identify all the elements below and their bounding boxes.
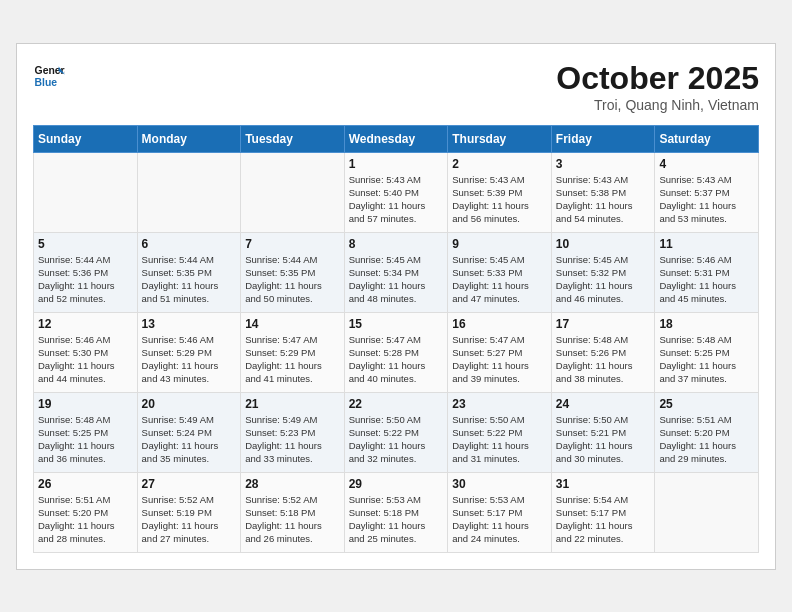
day-number: 15 (349, 317, 444, 331)
title-block: October 2025 Troi, Quang Ninh, Vietnam (556, 60, 759, 113)
day-cell (655, 472, 759, 552)
day-info: Sunrise: 5:46 AM Sunset: 5:30 PM Dayligh… (38, 333, 133, 386)
day-info: Sunrise: 5:44 AM Sunset: 5:35 PM Dayligh… (142, 253, 237, 306)
day-info: Sunrise: 5:45 AM Sunset: 5:33 PM Dayligh… (452, 253, 547, 306)
day-info: Sunrise: 5:43 AM Sunset: 5:40 PM Dayligh… (349, 173, 444, 226)
day-number: 10 (556, 237, 651, 251)
day-number: 21 (245, 397, 340, 411)
day-info: Sunrise: 5:49 AM Sunset: 5:23 PM Dayligh… (245, 413, 340, 466)
day-info: Sunrise: 5:45 AM Sunset: 5:32 PM Dayligh… (556, 253, 651, 306)
day-cell: 24Sunrise: 5:50 AM Sunset: 5:21 PM Dayli… (551, 392, 655, 472)
day-cell: 15Sunrise: 5:47 AM Sunset: 5:28 PM Dayli… (344, 312, 448, 392)
weekday-header-thursday: Thursday (448, 125, 552, 152)
day-cell: 26Sunrise: 5:51 AM Sunset: 5:20 PM Dayli… (34, 472, 138, 552)
day-cell: 13Sunrise: 5:46 AM Sunset: 5:29 PM Dayli… (137, 312, 241, 392)
day-cell: 25Sunrise: 5:51 AM Sunset: 5:20 PM Dayli… (655, 392, 759, 472)
day-info: Sunrise: 5:46 AM Sunset: 5:31 PM Dayligh… (659, 253, 754, 306)
day-number: 14 (245, 317, 340, 331)
weekday-header-monday: Monday (137, 125, 241, 152)
day-cell: 17Sunrise: 5:48 AM Sunset: 5:26 PM Dayli… (551, 312, 655, 392)
day-number: 20 (142, 397, 237, 411)
day-number: 5 (38, 237, 133, 251)
day-cell: 16Sunrise: 5:47 AM Sunset: 5:27 PM Dayli… (448, 312, 552, 392)
day-cell: 20Sunrise: 5:49 AM Sunset: 5:24 PM Dayli… (137, 392, 241, 472)
day-info: Sunrise: 5:46 AM Sunset: 5:29 PM Dayligh… (142, 333, 237, 386)
day-cell: 7Sunrise: 5:44 AM Sunset: 5:35 PM Daylig… (241, 232, 345, 312)
day-number: 18 (659, 317, 754, 331)
day-number: 7 (245, 237, 340, 251)
day-cell: 3Sunrise: 5:43 AM Sunset: 5:38 PM Daylig… (551, 152, 655, 232)
day-number: 6 (142, 237, 237, 251)
day-info: Sunrise: 5:47 AM Sunset: 5:28 PM Dayligh… (349, 333, 444, 386)
week-row-2: 5Sunrise: 5:44 AM Sunset: 5:36 PM Daylig… (34, 232, 759, 312)
day-number: 12 (38, 317, 133, 331)
day-number: 19 (38, 397, 133, 411)
day-number: 31 (556, 477, 651, 491)
day-info: Sunrise: 5:44 AM Sunset: 5:36 PM Dayligh… (38, 253, 133, 306)
day-info: Sunrise: 5:50 AM Sunset: 5:21 PM Dayligh… (556, 413, 651, 466)
day-info: Sunrise: 5:44 AM Sunset: 5:35 PM Dayligh… (245, 253, 340, 306)
day-cell: 22Sunrise: 5:50 AM Sunset: 5:22 PM Dayli… (344, 392, 448, 472)
week-row-1: 1Sunrise: 5:43 AM Sunset: 5:40 PM Daylig… (34, 152, 759, 232)
day-cell: 29Sunrise: 5:53 AM Sunset: 5:18 PM Dayli… (344, 472, 448, 552)
day-info: Sunrise: 5:48 AM Sunset: 5:25 PM Dayligh… (38, 413, 133, 466)
day-number: 13 (142, 317, 237, 331)
day-info: Sunrise: 5:53 AM Sunset: 5:18 PM Dayligh… (349, 493, 444, 546)
day-number: 17 (556, 317, 651, 331)
day-cell (137, 152, 241, 232)
day-info: Sunrise: 5:52 AM Sunset: 5:19 PM Dayligh… (142, 493, 237, 546)
weekday-header-sunday: Sunday (34, 125, 138, 152)
day-number: 8 (349, 237, 444, 251)
day-cell: 2Sunrise: 5:43 AM Sunset: 5:39 PM Daylig… (448, 152, 552, 232)
month-title: October 2025 (556, 60, 759, 97)
day-cell: 8Sunrise: 5:45 AM Sunset: 5:34 PM Daylig… (344, 232, 448, 312)
day-number: 23 (452, 397, 547, 411)
day-info: Sunrise: 5:49 AM Sunset: 5:24 PM Dayligh… (142, 413, 237, 466)
day-number: 11 (659, 237, 754, 251)
day-info: Sunrise: 5:52 AM Sunset: 5:18 PM Dayligh… (245, 493, 340, 546)
weekday-header-friday: Friday (551, 125, 655, 152)
day-info: Sunrise: 5:45 AM Sunset: 5:34 PM Dayligh… (349, 253, 444, 306)
calendar-header: General Blue October 2025 Troi, Quang Ni… (33, 60, 759, 113)
day-number: 22 (349, 397, 444, 411)
day-info: Sunrise: 5:43 AM Sunset: 5:37 PM Dayligh… (659, 173, 754, 226)
day-number: 30 (452, 477, 547, 491)
day-number: 27 (142, 477, 237, 491)
day-info: Sunrise: 5:48 AM Sunset: 5:25 PM Dayligh… (659, 333, 754, 386)
day-cell: 23Sunrise: 5:50 AM Sunset: 5:22 PM Dayli… (448, 392, 552, 472)
week-row-5: 26Sunrise: 5:51 AM Sunset: 5:20 PM Dayli… (34, 472, 759, 552)
day-cell: 11Sunrise: 5:46 AM Sunset: 5:31 PM Dayli… (655, 232, 759, 312)
day-cell: 28Sunrise: 5:52 AM Sunset: 5:18 PM Dayli… (241, 472, 345, 552)
day-info: Sunrise: 5:48 AM Sunset: 5:26 PM Dayligh… (556, 333, 651, 386)
day-cell: 31Sunrise: 5:54 AM Sunset: 5:17 PM Dayli… (551, 472, 655, 552)
day-info: Sunrise: 5:43 AM Sunset: 5:38 PM Dayligh… (556, 173, 651, 226)
day-info: Sunrise: 5:51 AM Sunset: 5:20 PM Dayligh… (659, 413, 754, 466)
day-info: Sunrise: 5:47 AM Sunset: 5:29 PM Dayligh… (245, 333, 340, 386)
day-cell: 30Sunrise: 5:53 AM Sunset: 5:17 PM Dayli… (448, 472, 552, 552)
day-cell: 4Sunrise: 5:43 AM Sunset: 5:37 PM Daylig… (655, 152, 759, 232)
day-cell: 1Sunrise: 5:43 AM Sunset: 5:40 PM Daylig… (344, 152, 448, 232)
day-number: 16 (452, 317, 547, 331)
day-info: Sunrise: 5:53 AM Sunset: 5:17 PM Dayligh… (452, 493, 547, 546)
day-info: Sunrise: 5:50 AM Sunset: 5:22 PM Dayligh… (452, 413, 547, 466)
day-cell: 18Sunrise: 5:48 AM Sunset: 5:25 PM Dayli… (655, 312, 759, 392)
day-cell: 5Sunrise: 5:44 AM Sunset: 5:36 PM Daylig… (34, 232, 138, 312)
logo: General Blue (33, 60, 65, 92)
day-cell: 19Sunrise: 5:48 AM Sunset: 5:25 PM Dayli… (34, 392, 138, 472)
weekday-header-saturday: Saturday (655, 125, 759, 152)
day-number: 2 (452, 157, 547, 171)
location: Troi, Quang Ninh, Vietnam (556, 97, 759, 113)
day-cell: 10Sunrise: 5:45 AM Sunset: 5:32 PM Dayli… (551, 232, 655, 312)
day-info: Sunrise: 5:43 AM Sunset: 5:39 PM Dayligh… (452, 173, 547, 226)
day-cell: 9Sunrise: 5:45 AM Sunset: 5:33 PM Daylig… (448, 232, 552, 312)
weekday-header-wednesday: Wednesday (344, 125, 448, 152)
day-cell (34, 152, 138, 232)
calendar-table: SundayMondayTuesdayWednesdayThursdayFrid… (33, 125, 759, 553)
day-info: Sunrise: 5:50 AM Sunset: 5:22 PM Dayligh… (349, 413, 444, 466)
day-number: 4 (659, 157, 754, 171)
weekday-header-row: SundayMondayTuesdayWednesdayThursdayFrid… (34, 125, 759, 152)
day-cell: 6Sunrise: 5:44 AM Sunset: 5:35 PM Daylig… (137, 232, 241, 312)
week-row-3: 12Sunrise: 5:46 AM Sunset: 5:30 PM Dayli… (34, 312, 759, 392)
weekday-header-tuesday: Tuesday (241, 125, 345, 152)
day-cell (241, 152, 345, 232)
